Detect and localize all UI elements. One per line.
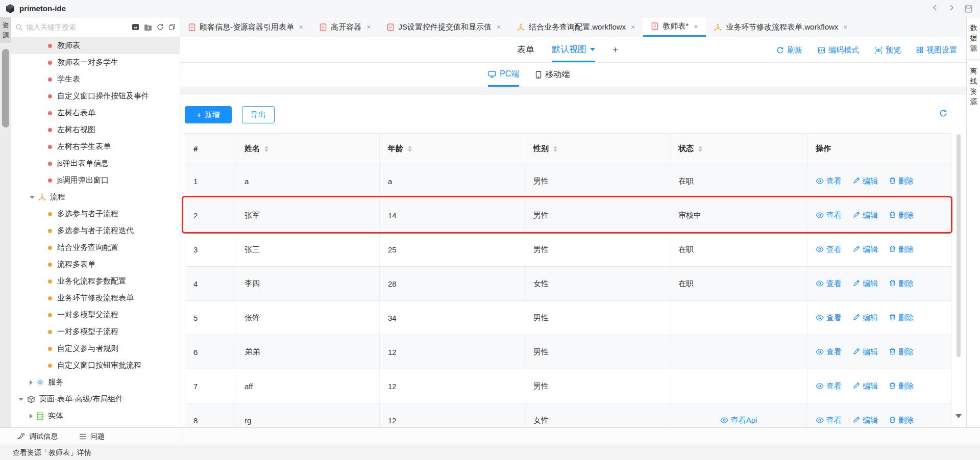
close-icon[interactable]: ×: [843, 23, 847, 31]
close-icon[interactable]: ×: [631, 23, 635, 31]
debug-info-tab[interactable]: 调试信息: [17, 432, 58, 441]
edit-action-link[interactable]: 编辑: [853, 176, 878, 186]
toolbar-preview-button[interactable]: 预览: [874, 45, 901, 55]
table-refresh-icon[interactable]: [939, 109, 947, 117]
new-folder-icon[interactable]: [144, 24, 152, 31]
sort-icon[interactable]: [264, 146, 268, 152]
tree-item[interactable]: 一对多模型父流程: [11, 306, 180, 323]
column-header[interactable]: 年龄: [380, 134, 525, 164]
close-icon[interactable]: ×: [694, 22, 698, 31]
tree-item[interactable]: 多选参与者子流程迭代: [11, 222, 180, 239]
sort-icon[interactable]: [408, 146, 412, 152]
toolbar-refresh-button[interactable]: 刷新: [776, 45, 802, 55]
file-tab[interactable]: 高开容器×: [311, 17, 379, 37]
delete-action-link[interactable]: 删除: [889, 347, 914, 357]
search-input[interactable]: [26, 23, 130, 31]
tree-item[interactable]: 服务: [11, 374, 180, 391]
caret-right-icon[interactable]: [30, 380, 33, 385]
edit-action-link[interactable]: 编辑: [853, 245, 878, 254]
tree-item[interactable]: 左树右学生表单: [11, 138, 180, 155]
view-action-link[interactable]: 查看: [816, 211, 842, 220]
tree-item[interactable]: 结合业务查询配置: [11, 239, 180, 256]
file-tab[interactable]: JS设置控件提交值和显示值×: [379, 17, 509, 37]
issues-tab[interactable]: 问题: [79, 432, 105, 441]
save-window-icon[interactable]: [964, 5, 973, 13]
tree-item[interactable]: 一对多模型子流程: [11, 323, 180, 340]
tree-item[interactable]: 流程: [11, 189, 180, 206]
view-action-link[interactable]: 查看: [816, 347, 842, 357]
tree-item[interactable]: js弹出表单信息: [11, 155, 180, 172]
delete-action-link[interactable]: 删除: [889, 279, 914, 289]
edit-action-link[interactable]: 编辑: [853, 347, 878, 357]
file-tab[interactable]: 结合业务查询配置.workflowx×: [509, 17, 643, 37]
strip-tab-offline-resources[interactable]: 离线资源: [967, 61, 980, 112]
edit-action-link[interactable]: 编辑: [853, 211, 878, 220]
strip-tab-resources[interactable]: 资源: [0, 17, 11, 43]
delete-action-link[interactable]: 删除: [889, 416, 914, 425]
caret-down-icon[interactable]: [30, 196, 35, 199]
sort-icon[interactable]: [698, 146, 702, 152]
view-action-link[interactable]: 查看: [816, 176, 842, 186]
tree-item[interactable]: 页面-表单-高级/布局组件: [11, 391, 180, 407]
close-icon[interactable]: ×: [299, 23, 303, 31]
strip-tab-datasource[interactable]: 数据源: [967, 17, 980, 58]
tree-item[interactable]: 自定义窗口按钮审批流程: [11, 357, 180, 374]
view-api-link[interactable]: 查看Api: [720, 416, 757, 425]
add-button[interactable]: +新增: [185, 106, 232, 123]
nav-back-icon[interactable]: [932, 4, 939, 13]
view-action-link[interactable]: 查看: [816, 245, 842, 254]
tree-item[interactable]: 多选参与者子流程: [11, 206, 180, 222]
tree-item[interactable]: js调用弹出窗口: [11, 172, 180, 189]
file-tab[interactable]: 教师表*×: [643, 17, 706, 37]
sidebar-scrollbar[interactable]: [2, 49, 9, 127]
content-scrollbar[interactable]: [957, 134, 961, 357]
caret-down-icon[interactable]: [18, 398, 23, 401]
tree-item[interactable]: 自定义窗口操作按钮及事件: [11, 88, 180, 105]
column-header[interactable]: 性别: [525, 134, 670, 164]
edit-action-link[interactable]: 编辑: [853, 279, 878, 289]
tree-item[interactable]: 实体: [11, 407, 180, 424]
tab-default-view[interactable]: 默认视图: [552, 37, 595, 62]
file-tab[interactable]: 顾客信息-资源容器引用表单×: [180, 17, 311, 37]
refresh-icon[interactable]: [157, 23, 164, 31]
device-tab-mobile[interactable]: 移动端: [535, 63, 570, 87]
toolbar-code-button[interactable]: 编码模式: [818, 45, 859, 55]
delete-action-link[interactable]: 删除: [889, 313, 914, 323]
edit-action-link[interactable]: 编辑: [853, 416, 878, 425]
delete-action-link[interactable]: 删除: [889, 381, 914, 391]
new-form-icon[interactable]: [132, 23, 139, 31]
scroll-down-arrow-icon[interactable]: [955, 414, 962, 418]
file-tab[interactable]: 业务环节修改流程表单.workflowx×: [706, 17, 855, 37]
tree-item[interactable]: 左树右表单: [11, 105, 180, 121]
tree-item[interactable]: 自定义参与者规则: [11, 340, 180, 357]
toolbar-grid-button[interactable]: 视图设置: [916, 45, 957, 55]
add-view-button[interactable]: +: [612, 37, 618, 62]
tree-item[interactable]: 业务环节修改流程表单: [11, 290, 180, 306]
device-tab-pc[interactable]: PC端: [488, 63, 519, 87]
edit-action-link[interactable]: 编辑: [853, 381, 878, 391]
view-action-link[interactable]: 查看: [816, 313, 842, 323]
tree-item[interactable]: 教师表一对多学生: [11, 54, 180, 71]
view-action-link[interactable]: 查看: [816, 381, 842, 391]
view-action-link[interactable]: 查看: [816, 279, 842, 289]
export-button[interactable]: 导出: [242, 106, 275, 123]
delete-action-link[interactable]: 删除: [889, 176, 914, 186]
close-icon[interactable]: ×: [497, 23, 501, 31]
collapse-all-icon[interactable]: [168, 23, 176, 31]
tree-item[interactable]: 业务化流程参数配置: [11, 273, 180, 290]
tree-item[interactable]: 左树右视图: [11, 121, 180, 138]
tab-form[interactable]: 表单: [517, 37, 534, 62]
delete-action-link[interactable]: 删除: [889, 245, 914, 254]
view-action-link[interactable]: 查看: [816, 416, 842, 425]
tree-item[interactable]: 流程多表单: [11, 256, 180, 273]
close-icon[interactable]: ×: [366, 23, 371, 31]
caret-right-icon[interactable]: [30, 414, 33, 419]
tree-item[interactable]: 学生表: [11, 71, 180, 88]
nav-forward-icon[interactable]: [948, 4, 955, 13]
sort-icon[interactable]: [553, 146, 557, 152]
column-header[interactable]: 姓名: [236, 134, 380, 164]
tree-item[interactable]: 教师表: [11, 37, 180, 54]
edit-action-link[interactable]: 编辑: [853, 313, 878, 323]
delete-action-link[interactable]: 删除: [889, 211, 914, 220]
column-header[interactable]: 状态: [670, 134, 807, 164]
